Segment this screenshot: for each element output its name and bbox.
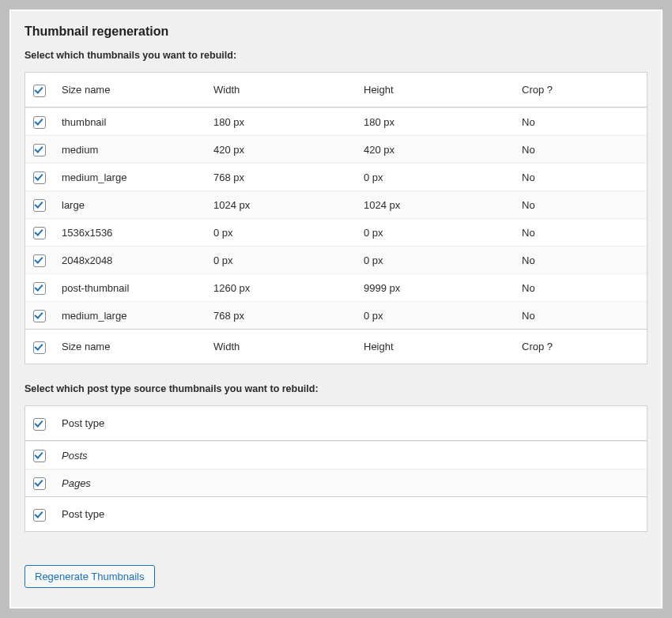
cell-width: 1260 px bbox=[213, 282, 364, 294]
cell-height: 1024 px bbox=[364, 199, 522, 211]
row-checkbox[interactable] bbox=[33, 144, 46, 156]
row-checkbox[interactable] bbox=[33, 227, 46, 239]
select-all-sizes-footer-checkbox[interactable] bbox=[33, 341, 46, 354]
cell-height: 0 px bbox=[364, 227, 522, 239]
row-checkbox[interactable] bbox=[33, 254, 46, 267]
page-title: Thumbnail regeneration bbox=[25, 24, 647, 39]
select-all-posttypes-checkbox[interactable] bbox=[33, 418, 46, 431]
col-header-width: Width bbox=[213, 84, 364, 96]
cell-posttype: Pages bbox=[62, 477, 639, 489]
posttype-table-header: Post type bbox=[25, 406, 647, 441]
col-header-posttype: Post type bbox=[62, 417, 639, 429]
cell-name: 2048x2048 bbox=[62, 254, 213, 266]
sizes-table-header: Size name Width Height Crop ? bbox=[25, 73, 647, 107]
cell-height: 420 px bbox=[364, 144, 522, 156]
table-row: Pages bbox=[25, 469, 647, 496]
cell-height: 9999 px bbox=[364, 282, 522, 294]
cell-height: 0 px bbox=[364, 171, 522, 183]
cell-width: 420 px bbox=[213, 144, 364, 156]
cell-crop: No bbox=[522, 199, 639, 211]
col-footer-width: Width bbox=[213, 341, 364, 352]
cell-width: 768 px bbox=[213, 171, 364, 183]
cell-name: medium bbox=[62, 144, 213, 156]
instruction-posttypes: Select which post type source thumbnails… bbox=[25, 383, 647, 394]
table-row: 1536x1536 0 px 0 px No bbox=[25, 218, 647, 246]
cell-name: large bbox=[62, 199, 213, 211]
cell-height: 180 px bbox=[364, 116, 522, 128]
table-row: medium_large 768 px 0 px No bbox=[25, 163, 647, 190]
row-checkbox[interactable] bbox=[33, 199, 46, 212]
cell-width: 1024 px bbox=[213, 199, 364, 211]
cell-crop: No bbox=[522, 282, 639, 294]
col-header-height: Height bbox=[364, 84, 522, 96]
table-row: thumbnail 180 px 180 px No bbox=[25, 107, 647, 135]
select-all-sizes-checkbox[interactable] bbox=[33, 85, 46, 97]
col-footer-posttype: Post type bbox=[62, 508, 639, 520]
cell-posttype: Posts bbox=[62, 450, 639, 462]
sizes-table-footer: Size name Width Height Crop ? bbox=[25, 329, 647, 364]
col-footer-name: Size name bbox=[62, 341, 213, 352]
cell-name: medium_large bbox=[62, 310, 213, 322]
cell-height: 0 px bbox=[364, 310, 522, 322]
cell-width: 0 px bbox=[213, 254, 364, 266]
cell-crop: No bbox=[522, 227, 639, 239]
cell-width: 0 px bbox=[213, 227, 364, 239]
row-checkbox[interactable] bbox=[33, 310, 46, 322]
cell-crop: No bbox=[522, 254, 639, 266]
row-checkbox[interactable] bbox=[33, 450, 46, 462]
cell-crop: No bbox=[522, 310, 639, 322]
col-footer-height: Height bbox=[364, 341, 522, 352]
row-checkbox[interactable] bbox=[33, 116, 46, 129]
col-header-crop: Crop ? bbox=[522, 84, 639, 96]
col-footer-crop: Crop ? bbox=[522, 341, 639, 352]
cell-crop: No bbox=[522, 116, 639, 128]
table-row: Posts bbox=[25, 441, 647, 469]
table-row: post-thumbnail 1260 px 9999 px No bbox=[25, 273, 647, 301]
table-row: medium_large 768 px 0 px No bbox=[25, 301, 647, 329]
instruction-sizes: Select which thumbnails you want to rebu… bbox=[25, 50, 647, 61]
cell-name: 1536x1536 bbox=[62, 227, 213, 239]
cell-crop: No bbox=[522, 144, 639, 156]
table-row: large 1024 px 1024 px No bbox=[25, 190, 647, 218]
cell-height: 0 px bbox=[364, 254, 522, 266]
sizes-table: Size name Width Height Crop ? thumbnail … bbox=[25, 72, 647, 364]
row-checkbox[interactable] bbox=[33, 282, 46, 295]
row-checkbox[interactable] bbox=[33, 477, 46, 490]
cell-width: 768 px bbox=[213, 310, 364, 322]
thumbnail-regeneration-panel: Thumbnail regeneration Select which thum… bbox=[9, 9, 663, 609]
cell-name: thumbnail bbox=[62, 116, 213, 128]
cell-name: medium_large bbox=[62, 171, 213, 183]
table-row: 2048x2048 0 px 0 px No bbox=[25, 246, 647, 273]
cell-crop: No bbox=[522, 171, 639, 183]
cell-width: 180 px bbox=[213, 116, 364, 128]
row-checkbox[interactable] bbox=[33, 171, 46, 184]
cell-name: post-thumbnail bbox=[62, 282, 213, 294]
regenerate-thumbnails-button[interactable]: Regenerate Thumbnails bbox=[25, 565, 155, 588]
posttype-table-footer: Post type bbox=[25, 496, 647, 531]
table-row: medium 420 px 420 px No bbox=[25, 135, 647, 163]
select-all-posttypes-footer-checkbox[interactable] bbox=[33, 509, 46, 522]
col-header-name: Size name bbox=[62, 84, 213, 96]
posttype-table: Post type Posts Pages Post type bbox=[25, 405, 647, 532]
